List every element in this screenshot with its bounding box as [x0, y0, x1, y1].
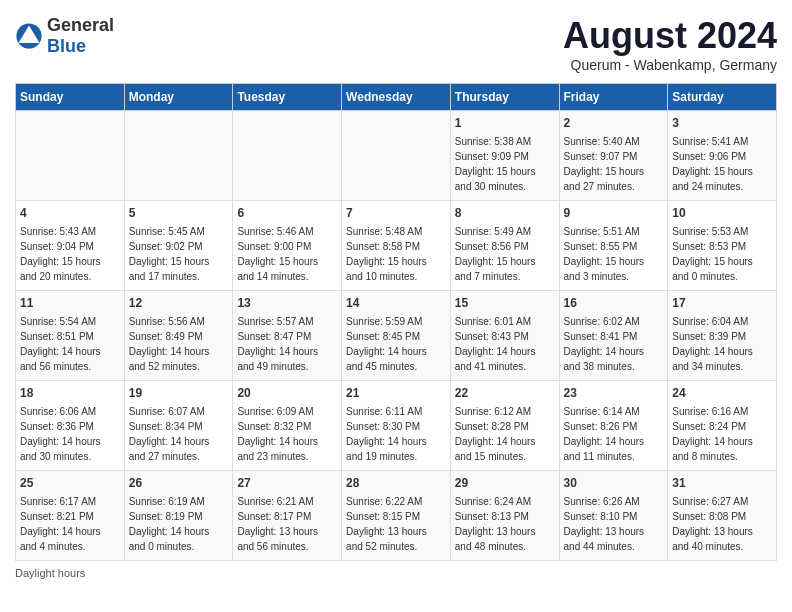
- day-number: 22: [455, 385, 555, 402]
- calendar-day-header: Wednesday: [342, 84, 451, 111]
- calendar-week-row: 25Sunrise: 6:17 AM Sunset: 8:21 PM Dayli…: [16, 471, 777, 561]
- day-number: 15: [455, 295, 555, 312]
- calendar-header-row: SundayMondayTuesdayWednesdayThursdayFrid…: [16, 84, 777, 111]
- day-info: Sunrise: 5:53 AM Sunset: 8:53 PM Dayligh…: [672, 226, 753, 282]
- calendar-cell: 27Sunrise: 6:21 AM Sunset: 8:17 PM Dayli…: [233, 471, 342, 561]
- calendar-cell: 24Sunrise: 6:16 AM Sunset: 8:24 PM Dayli…: [668, 381, 777, 471]
- day-info: Sunrise: 6:22 AM Sunset: 8:15 PM Dayligh…: [346, 496, 427, 552]
- calendar-cell: 22Sunrise: 6:12 AM Sunset: 8:28 PM Dayli…: [450, 381, 559, 471]
- calendar-day-header: Saturday: [668, 84, 777, 111]
- calendar-cell: 20Sunrise: 6:09 AM Sunset: 8:32 PM Dayli…: [233, 381, 342, 471]
- day-number: 21: [346, 385, 446, 402]
- calendar-cell: [342, 111, 451, 201]
- day-number: 10: [672, 205, 772, 222]
- day-info: Sunrise: 6:19 AM Sunset: 8:19 PM Dayligh…: [129, 496, 210, 552]
- calendar-cell: 1Sunrise: 5:38 AM Sunset: 9:09 PM Daylig…: [450, 111, 559, 201]
- day-number: 5: [129, 205, 229, 222]
- day-number: 3: [672, 115, 772, 132]
- calendar-week-row: 4Sunrise: 5:43 AM Sunset: 9:04 PM Daylig…: [16, 201, 777, 291]
- logo-general-text: General: [47, 15, 114, 35]
- calendar-cell: 14Sunrise: 5:59 AM Sunset: 8:45 PM Dayli…: [342, 291, 451, 381]
- day-number: 20: [237, 385, 337, 402]
- calendar-cell: 19Sunrise: 6:07 AM Sunset: 8:34 PM Dayli…: [124, 381, 233, 471]
- calendar-cell: 29Sunrise: 6:24 AM Sunset: 8:13 PM Dayli…: [450, 471, 559, 561]
- calendar-cell: 2Sunrise: 5:40 AM Sunset: 9:07 PM Daylig…: [559, 111, 668, 201]
- day-number: 13: [237, 295, 337, 312]
- day-info: Sunrise: 6:27 AM Sunset: 8:08 PM Dayligh…: [672, 496, 753, 552]
- day-number: 18: [20, 385, 120, 402]
- calendar-day-header: Friday: [559, 84, 668, 111]
- calendar-cell: 6Sunrise: 5:46 AM Sunset: 9:00 PM Daylig…: [233, 201, 342, 291]
- day-number: 6: [237, 205, 337, 222]
- calendar-cell: 5Sunrise: 5:45 AM Sunset: 9:02 PM Daylig…: [124, 201, 233, 291]
- day-number: 29: [455, 475, 555, 492]
- day-info: Sunrise: 5:43 AM Sunset: 9:04 PM Dayligh…: [20, 226, 101, 282]
- calendar-week-row: 1Sunrise: 5:38 AM Sunset: 9:09 PM Daylig…: [16, 111, 777, 201]
- day-info: Sunrise: 5:51 AM Sunset: 8:55 PM Dayligh…: [564, 226, 645, 282]
- day-info: Sunrise: 6:24 AM Sunset: 8:13 PM Dayligh…: [455, 496, 536, 552]
- day-info: Sunrise: 6:26 AM Sunset: 8:10 PM Dayligh…: [564, 496, 645, 552]
- day-info: Sunrise: 6:07 AM Sunset: 8:34 PM Dayligh…: [129, 406, 210, 462]
- day-info: Sunrise: 5:38 AM Sunset: 9:09 PM Dayligh…: [455, 136, 536, 192]
- day-info: Sunrise: 5:46 AM Sunset: 9:00 PM Dayligh…: [237, 226, 318, 282]
- day-info: Sunrise: 6:09 AM Sunset: 8:32 PM Dayligh…: [237, 406, 318, 462]
- day-number: 25: [20, 475, 120, 492]
- calendar-cell: 9Sunrise: 5:51 AM Sunset: 8:55 PM Daylig…: [559, 201, 668, 291]
- location-subtitle: Querum - Wabenkamp, Germany: [563, 57, 777, 73]
- day-info: Sunrise: 6:01 AM Sunset: 8:43 PM Dayligh…: [455, 316, 536, 372]
- day-info: Sunrise: 5:59 AM Sunset: 8:45 PM Dayligh…: [346, 316, 427, 372]
- calendar-day-header: Thursday: [450, 84, 559, 111]
- day-number: 12: [129, 295, 229, 312]
- month-year-title: August 2024: [563, 15, 777, 57]
- day-number: 30: [564, 475, 664, 492]
- day-number: 17: [672, 295, 772, 312]
- daylight-hours-label: Daylight hours: [15, 567, 85, 579]
- day-info: Sunrise: 5:48 AM Sunset: 8:58 PM Dayligh…: [346, 226, 427, 282]
- day-info: Sunrise: 5:57 AM Sunset: 8:47 PM Dayligh…: [237, 316, 318, 372]
- day-number: 14: [346, 295, 446, 312]
- calendar-cell: 11Sunrise: 5:54 AM Sunset: 8:51 PM Dayli…: [16, 291, 125, 381]
- calendar-cell: 8Sunrise: 5:49 AM Sunset: 8:56 PM Daylig…: [450, 201, 559, 291]
- calendar-cell: 7Sunrise: 5:48 AM Sunset: 8:58 PM Daylig…: [342, 201, 451, 291]
- calendar-week-row: 11Sunrise: 5:54 AM Sunset: 8:51 PM Dayli…: [16, 291, 777, 381]
- calendar-cell: 23Sunrise: 6:14 AM Sunset: 8:26 PM Dayli…: [559, 381, 668, 471]
- day-info: Sunrise: 6:17 AM Sunset: 8:21 PM Dayligh…: [20, 496, 101, 552]
- calendar-cell: 16Sunrise: 6:02 AM Sunset: 8:41 PM Dayli…: [559, 291, 668, 381]
- day-info: Sunrise: 6:04 AM Sunset: 8:39 PM Dayligh…: [672, 316, 753, 372]
- day-info: Sunrise: 6:16 AM Sunset: 8:24 PM Dayligh…: [672, 406, 753, 462]
- day-info: Sunrise: 6:02 AM Sunset: 8:41 PM Dayligh…: [564, 316, 645, 372]
- day-number: 27: [237, 475, 337, 492]
- calendar-cell: 18Sunrise: 6:06 AM Sunset: 8:36 PM Dayli…: [16, 381, 125, 471]
- day-number: 2: [564, 115, 664, 132]
- calendar-cell: [124, 111, 233, 201]
- day-info: Sunrise: 5:56 AM Sunset: 8:49 PM Dayligh…: [129, 316, 210, 372]
- day-number: 31: [672, 475, 772, 492]
- logo-icon: [15, 22, 43, 50]
- calendar-cell: 21Sunrise: 6:11 AM Sunset: 8:30 PM Dayli…: [342, 381, 451, 471]
- calendar-cell: [16, 111, 125, 201]
- logo-blue-text: Blue: [47, 36, 86, 56]
- day-number: 16: [564, 295, 664, 312]
- day-info: Sunrise: 5:40 AM Sunset: 9:07 PM Dayligh…: [564, 136, 645, 192]
- day-number: 11: [20, 295, 120, 312]
- calendar-cell: 31Sunrise: 6:27 AM Sunset: 8:08 PM Dayli…: [668, 471, 777, 561]
- day-info: Sunrise: 5:45 AM Sunset: 9:02 PM Dayligh…: [129, 226, 210, 282]
- day-number: 8: [455, 205, 555, 222]
- day-info: Sunrise: 6:14 AM Sunset: 8:26 PM Dayligh…: [564, 406, 645, 462]
- page-header: General Blue August 2024 Querum - Wabenk…: [15, 15, 777, 73]
- day-number: 26: [129, 475, 229, 492]
- calendar-cell: [233, 111, 342, 201]
- day-info: Sunrise: 5:41 AM Sunset: 9:06 PM Dayligh…: [672, 136, 753, 192]
- day-info: Sunrise: 5:54 AM Sunset: 8:51 PM Dayligh…: [20, 316, 101, 372]
- day-info: Sunrise: 6:12 AM Sunset: 8:28 PM Dayligh…: [455, 406, 536, 462]
- day-number: 19: [129, 385, 229, 402]
- day-number: 4: [20, 205, 120, 222]
- day-number: 24: [672, 385, 772, 402]
- footer-note: Daylight hours: [15, 567, 777, 579]
- logo: General Blue: [15, 15, 114, 57]
- calendar-cell: 25Sunrise: 6:17 AM Sunset: 8:21 PM Dayli…: [16, 471, 125, 561]
- calendar-cell: 15Sunrise: 6:01 AM Sunset: 8:43 PM Dayli…: [450, 291, 559, 381]
- calendar-day-header: Monday: [124, 84, 233, 111]
- day-number: 7: [346, 205, 446, 222]
- calendar-cell: 28Sunrise: 6:22 AM Sunset: 8:15 PM Dayli…: [342, 471, 451, 561]
